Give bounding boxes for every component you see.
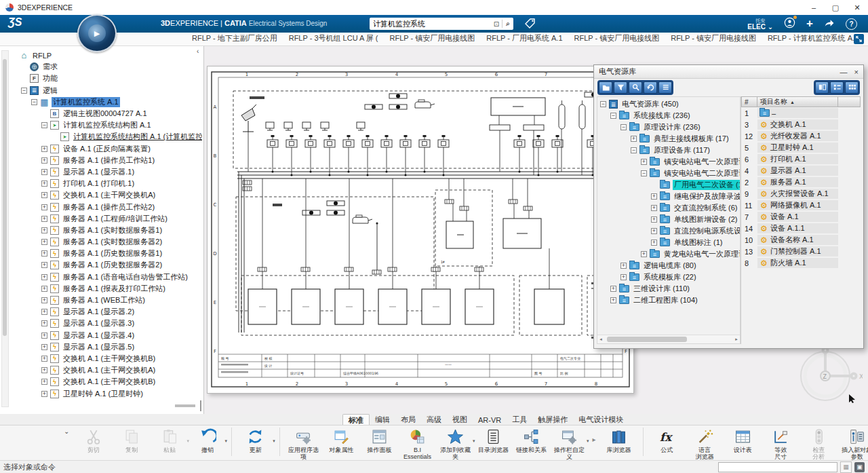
expander-icon[interactable]: + [641, 251, 647, 257]
tree-item[interactable]: +ϟ服务器 A.1 (操作员工作站2) [11, 201, 202, 212]
add-favorites-button[interactable]: 添加到收藏夹▾ [437, 426, 475, 461]
expander-icon[interactable]: − [620, 124, 627, 130]
table-row[interactable]: 5⚙卫星时钟 A.1 [741, 142, 861, 153]
tree-item[interactable]: ≡厂用电气二次设备 (13) [600, 179, 740, 191]
tree-item[interactable]: +≡黄龙电站电气一次原理设备 ( [600, 248, 740, 260]
customize-bar-button[interactable]: 操作栏自定义▾ [551, 426, 589, 461]
panel-close-icon[interactable]: × [854, 68, 859, 76]
doc-tab[interactable]: RFLP - 计算机监控系统 A.1 [768, 33, 859, 45]
tag-icon[interactable] [524, 17, 537, 31]
table-header-cell[interactable]: # [741, 96, 757, 107]
tree-item[interactable]: −≡镇安电站电气二次原理设备 (4 [600, 168, 740, 179]
tree-item[interactable]: −≣逻辑 [11, 85, 202, 96]
table-header-cell[interactable] [838, 96, 861, 107]
tree-item[interactable]: +ϟ交换机 A.1 (主干网交换机A) [11, 364, 202, 376]
tree-item[interactable]: +≡镇安电站电气一次原理设备 (6 [600, 156, 740, 168]
expander-icon[interactable]: − [631, 147, 637, 153]
expander-icon[interactable]: + [41, 227, 47, 233]
item-name-cell[interactable]: ⚙火灾报警设备 A.1 [757, 189, 838, 199]
tree-item[interactable]: −≣电气资源库 (450) [600, 98, 740, 110]
tree-item[interactable]: +ϟ卫星时钟 A.1 (卫星时钟) [11, 387, 202, 399]
expander-icon[interactable]: + [651, 216, 657, 223]
item-name-cell[interactable]: ⚙卫星时钟 A.1 [757, 143, 838, 153]
expander-icon[interactable]: + [41, 181, 47, 187]
tree-item[interactable]: B逻辑主视图00004727 A.1 [11, 108, 202, 119]
item-name-cell[interactable]: ⚙设备名称 A.1 [757, 235, 838, 245]
table-row[interactable]: 12⚙光纤收发器 A.1 [741, 130, 861, 142]
view-list-icon[interactable] [830, 81, 844, 94]
panel-minimize-icon[interactable]: — [840, 68, 848, 76]
table-row[interactable]: 10⚙设备名称 A.1 [741, 234, 861, 246]
doc-tab[interactable]: RFLP - 地下主副厂房公用 [192, 33, 277, 45]
tree-item[interactable]: +≡三维设计库 (110) [600, 283, 740, 295]
item-name-cell[interactable]: ⚙网络摄像机 A.1 [757, 200, 838, 210]
doc-tab[interactable]: RFLP - 镇安厂用电接线图 [390, 33, 475, 45]
item-name-cell[interactable]: ⚙服务器 A.1 [757, 177, 838, 187]
tree-item[interactable]: +≡逻辑电缆库 (80) [600, 260, 740, 271]
search-scope-icon[interactable]: ⊡ [491, 20, 502, 28]
tree-item[interactable]: +ϟ服务器 A.1 (实时数据服务器1) [11, 225, 202, 236]
ribbon-tab-工具[interactable]: 工具 [507, 414, 532, 425]
language-browser-button[interactable]: 语言 浏览器 [686, 426, 724, 461]
expander-icon[interactable]: − [41, 122, 47, 128]
ribbon-tab-编辑[interactable]: 编辑 [370, 414, 395, 425]
table-row[interactable]: 6⚙打印机 A.1 [741, 153, 861, 165]
bi-essentials-button[interactable]: B.I Essentials [399, 426, 437, 461]
expander-icon[interactable]: + [41, 216, 47, 222]
global-search[interactable]: ⊡ ⌕ [370, 18, 513, 30]
expander-icon[interactable]: + [41, 274, 47, 280]
tree-item[interactable]: +ϟ服务器 A.1 (WEB工作站) [11, 295, 202, 306]
user-avatar-icon[interactable] [784, 17, 795, 31]
table-row[interactable]: 11⚙网络摄像机 A.1 [741, 200, 861, 211]
expander-icon[interactable]: + [610, 297, 616, 303]
action-pad-button[interactable]: 操作面板 [361, 426, 399, 455]
list-icon[interactable] [658, 81, 672, 94]
expander-icon[interactable]: − [21, 88, 27, 94]
expander-icon[interactable]: + [620, 274, 627, 280]
view-split-icon[interactable] [815, 81, 829, 94]
expander-icon[interactable]: + [41, 379, 47, 385]
expander-icon[interactable]: + [620, 263, 627, 269]
item-name-cell[interactable]: ⚙设备 A.1.1 [757, 223, 838, 233]
command-input[interactable] [718, 462, 837, 472]
tree-item[interactable]: +ϟ服务器 A.1 (工程师/培训工作站) [11, 213, 202, 225]
tree-item[interactable]: +≡单线图新增设备 (2) [600, 214, 740, 225]
doc-tab[interactable]: RFLP - 镇安厂用电接线图 [574, 33, 660, 45]
tree-item[interactable]: +ϟ显示器 A.1 (显示器.2) [11, 306, 202, 318]
table-row[interactable]: 2⚙服务器 A.1 [741, 176, 861, 188]
dropdown-caret-icon[interactable]: ▾ [224, 438, 227, 444]
power-input-toggle-icon[interactable]: ▣ [854, 462, 865, 472]
tree-item[interactable]: +ϟ显示器 A.1 (显示器.1) [11, 166, 202, 178]
panel-resize-grip[interactable] [175, 404, 195, 407]
tree-item[interactable]: +≡直流控制电源系统设备 (5 [600, 225, 740, 237]
expander-icon[interactable]: + [41, 146, 47, 152]
view-grid-icon[interactable] [845, 81, 859, 94]
table-row[interactable]: 3⚙交换机 A.1 [741, 119, 861, 130]
close-button[interactable]: ✕ [846, 0, 868, 15]
schematic-sheet[interactable]: 12345678 12345678 ABCDEF ABCDEF [207, 66, 634, 394]
tree-item[interactable]: ➤计算机监控系统结构图 A.1 (计算机监控系统结构图.1) [11, 131, 202, 143]
tree-item[interactable]: +≡单线图标注 (1) [600, 237, 740, 248]
scroll-left-arrow[interactable]: ◂ [597, 337, 604, 342]
add-content-button[interactable]: + [806, 17, 813, 31]
expander-icon[interactable]: − [31, 99, 37, 105]
tree-item[interactable]: +ϟ服务器 A.1 (报表及打印工作站) [11, 283, 202, 295]
expander-icon[interactable]: + [41, 157, 47, 164]
expander-icon[interactable]: + [651, 193, 657, 200]
ribbon-tab-触屏操作[interactable]: 触屏操作 [532, 414, 573, 425]
item-name-cell[interactable]: ⚙打印机 A.1 [757, 154, 838, 164]
catalog-browser-button[interactable]: 目录浏览器 [475, 426, 513, 455]
expander-icon[interactable]: + [610, 286, 616, 292]
expander-icon[interactable]: + [41, 356, 47, 362]
table-row[interactable]: 7⚙设备 A.1 [741, 211, 861, 223]
tree-item[interactable]: +ϟ显示器 A.1 (显示器.4) [11, 330, 202, 341]
expander-icon[interactable]: + [41, 286, 47, 292]
expand-window-icon[interactable] [854, 34, 864, 44]
tree-item[interactable]: ⊕需求 [11, 61, 202, 73]
formula-button[interactable]: fx公式 [648, 426, 686, 455]
doc-tab[interactable]: RFLP - 3号机组 LCU A 屏 ( [289, 33, 378, 45]
table-row[interactable]: 13⚙门禁控制器 A.1 [741, 246, 861, 257]
expander-icon[interactable]: + [41, 250, 47, 257]
ribbon-tab-布局[interactable]: 布局 [395, 414, 421, 425]
tree-item[interactable]: F功能 [11, 73, 202, 84]
